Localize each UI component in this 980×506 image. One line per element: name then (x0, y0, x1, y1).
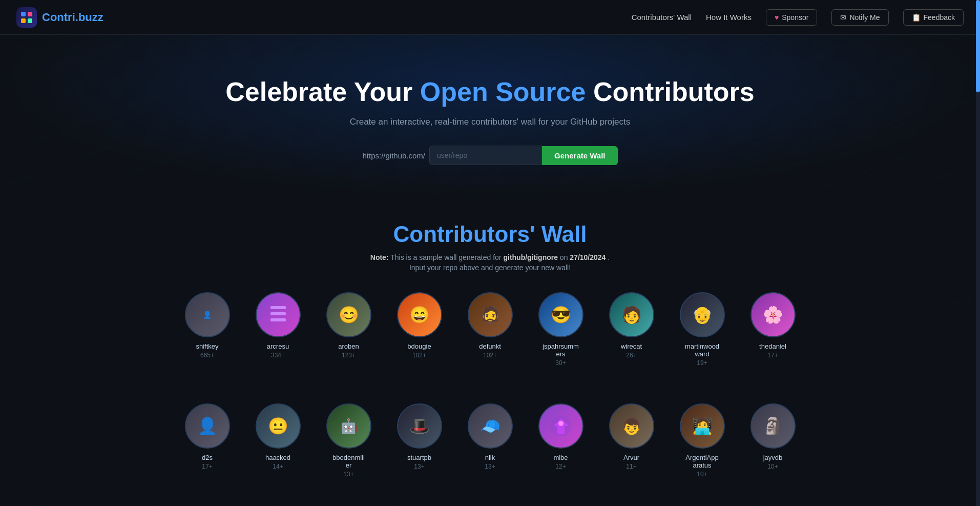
contributor-count-stuartpb: 13+ (414, 463, 424, 470)
contributor-count-mibe: 12+ (555, 463, 566, 470)
contributor-name-bbodenmiller: bbodenmiller (332, 454, 365, 469)
wall-section: Contributors' Wall Note: This is a sampl… (0, 196, 980, 506)
repo-input[interactable] (429, 146, 542, 165)
svg-point-8 (558, 421, 564, 426)
contributor-name-arvur: Arvur (623, 454, 639, 461)
contributor-count-bdougie: 102+ (412, 352, 426, 359)
sponsor-button[interactable]: ♥ Sponsor (766, 9, 817, 26)
svg-rect-4 (270, 306, 286, 309)
hero-subtitle: Create an interactive, real-time contrib… (10, 117, 970, 127)
contributor-niik[interactable]: 🧢 niik 13+ (457, 403, 524, 478)
avatar-argentiapparatus: 🧑‍💻 (680, 403, 725, 449)
contributor-stuartpb[interactable]: 🎩 stuartpb 13+ (386, 403, 453, 478)
contributor-count-thedaniel: 17+ (767, 352, 778, 359)
contributor-name-defunkt: defunkt (479, 342, 501, 350)
envelope-icon: ✉ (840, 13, 846, 22)
contributor-name-arcresu: arcresu (267, 342, 289, 350)
avatar-bbodenmiller: 🤖 (326, 403, 371, 449)
contributor-count-shiftkey: 665+ (200, 352, 214, 359)
url-prefix: https://github.com/ (362, 151, 429, 160)
contributor-wirecat[interactable]: 🧑 wirecat 26+ (598, 292, 665, 367)
contributor-name-argentiapparatus: ArgentiApparatus (685, 454, 718, 469)
logo-text: Contri.buzz (42, 11, 103, 24)
contributor-name-niik: niik (485, 454, 495, 461)
contributor-count-haacked: 14+ (273, 463, 283, 470)
avatar-thedaniel: 🌸 (750, 292, 796, 337)
contributor-thedaniel[interactable]: 🌸 thedaniel 17+ (740, 292, 806, 367)
contributor-aroben[interactable]: 😊 aroben 123+ (316, 292, 382, 367)
contributor-name-jayvdb: jayvdb (763, 454, 783, 461)
avatar-jspahrsummers: 😎 (538, 292, 583, 337)
logo-icon (16, 7, 37, 28)
svg-rect-3 (28, 18, 32, 23)
contributor-name-stuartpb: stuartpb (407, 454, 431, 461)
clipboard-icon: 📋 (912, 13, 921, 22)
contributor-count-martinwoodward: 19+ (697, 359, 707, 367)
svg-rect-2 (21, 18, 26, 23)
scrollbar[interactable] (976, 0, 980, 506)
contributors-row-2: 👤 d2s 17+ 😐 haacked 14+ 🤖 bbodenmiller 1… (10, 403, 970, 494)
avatar-aroben: 😊 (326, 292, 371, 337)
contributor-haacked[interactable]: 😐 haacked 14+ (245, 403, 311, 478)
contributor-jayvdb[interactable]: 🗿 jayvdb 10+ (740, 403, 806, 478)
nav-links: Contributors' Wall How It Works ♥ Sponso… (632, 9, 964, 26)
contributor-count-jspahrsummers: 30+ (555, 359, 566, 367)
avatar-haacked: 😐 (256, 403, 301, 449)
contributor-name-shiftkey: shiftkey (196, 342, 218, 350)
contributor-name-bdougie: bdougie (407, 342, 431, 350)
contributor-argentiapparatus[interactable]: 🧑‍💻 ArgentiApparatus 10+ (669, 403, 736, 478)
wall-repo: github/gitignore (503, 253, 558, 261)
logo[interactable]: Contri.buzz (16, 7, 103, 28)
contributor-count-d2s: 17+ (202, 463, 212, 470)
contributor-jspahrsummers[interactable]: 😎 jspahrsummers 30+ (528, 292, 594, 367)
feedback-button[interactable]: 📋 Feedback (903, 9, 964, 26)
contributor-mibe[interactable]: mibe 12+ (528, 403, 594, 478)
contributor-martinwoodward[interactable]: 👴 martinwoodward 19+ (669, 292, 736, 367)
contributor-name-d2s: d2s (202, 454, 213, 461)
avatar-wirecat: 🧑 (609, 292, 654, 337)
avatar-mibe (538, 403, 583, 449)
scrollbar-thumb[interactable] (976, 0, 980, 92)
avatar-niik: 🧢 (468, 403, 513, 449)
avatar-stuartpb: 🎩 (397, 403, 442, 449)
avatar-jayvdb: 🗿 (750, 403, 796, 449)
navbar: Contri.buzz Contributors' Wall How It Wo… (0, 0, 980, 35)
contributor-arcresu[interactable]: arcresu 334+ (245, 292, 311, 367)
contributor-name-aroben: aroben (338, 342, 359, 350)
wall-note-label: Note: (370, 253, 389, 261)
contributor-arvur[interactable]: 👦 Arvur 11+ (598, 403, 665, 478)
generate-wall-button[interactable]: Generate Wall (542, 146, 617, 165)
contributor-count-niik: 13+ (485, 463, 495, 470)
avatar-shiftkey: 👤 (185, 292, 230, 337)
svg-rect-0 (21, 12, 26, 16)
contributor-shiftkey[interactable]: 👤 shiftkey 665+ (174, 292, 241, 367)
hero-title: Celebrate Your Open Source Contributors (10, 76, 970, 108)
contributor-name-haacked: haacked (265, 454, 290, 461)
contributor-name-jspahrsummers: jspahrsummers (543, 342, 579, 358)
contributor-name-mibe: mibe (553, 454, 568, 461)
contributor-name-martinwoodward: martinwoodward (685, 342, 719, 358)
wall-note-sub: Input your repo above and generate your … (10, 264, 970, 272)
contributor-defunkt[interactable]: 🧔 defunkt 102+ (457, 292, 524, 367)
heart-icon: ♥ (775, 13, 779, 22)
contributors-row-1: 👤 shiftkey 665+ arcresu 334+ 😊 aroben 12… (10, 292, 970, 383)
contributor-count-aroben: 123+ (342, 352, 356, 359)
repo-input-row: https://github.com/ Generate Wall (10, 146, 970, 165)
how-it-works-link[interactable]: How It Works (706, 13, 752, 22)
contributor-bbodenmiller[interactable]: 🤖 bbodenmiller 13+ (316, 403, 382, 478)
contributors-wall-link[interactable]: Contributors' Wall (632, 13, 692, 22)
contributor-count-wirecat: 26+ (626, 352, 636, 359)
contributor-d2s[interactable]: 👤 d2s 17+ (174, 403, 241, 478)
avatar-d2s: 👤 (185, 403, 230, 449)
notify-me-button[interactable]: ✉ Notify Me (831, 9, 888, 26)
wall-note: Note: This is a sample wall generated fo… (10, 253, 970, 261)
contributor-bdougie[interactable]: 😄 bdougie 102+ (386, 292, 453, 367)
hero-section: Celebrate Your Open Source Contributors … (0, 35, 980, 196)
svg-rect-5 (270, 312, 286, 315)
avatar-arcresu (256, 292, 301, 337)
contributor-name-wirecat: wirecat (621, 342, 642, 350)
wall-date: 27/10/2024 (570, 253, 606, 261)
contributor-name-thedaniel: thedaniel (759, 342, 786, 350)
avatar-martinwoodward: 👴 (680, 292, 725, 337)
contributor-count-bbodenmiller: 13+ (343, 471, 353, 478)
